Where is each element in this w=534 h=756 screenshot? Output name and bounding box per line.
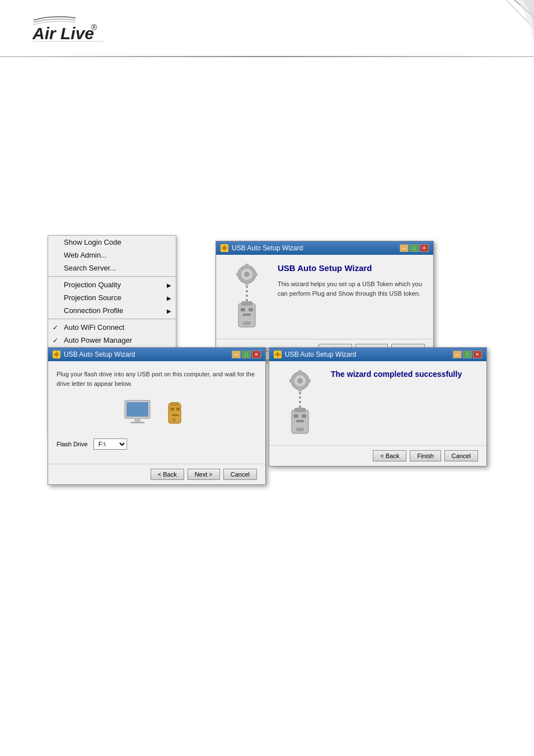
svg-point-59: [299, 401, 301, 403]
svg-rect-55: [289, 379, 293, 382]
wizard2-cancel-btn[interactable]: Cancel: [223, 469, 257, 480]
wizard3-minimize-btn[interactable]: ─: [453, 351, 462, 358]
wizard2-buttons: < Back Next > Cancel: [151, 469, 257, 480]
wizard2-titlebar-icon: [53, 351, 60, 358]
svg-rect-36: [134, 418, 140, 422]
menu-item-show-login-code[interactable]: Show Login Code: [48, 236, 176, 249]
wizard2-next-btn[interactable]: Next >: [188, 469, 220, 480]
wizard2-titlebar: USB Auto Setup Wizard ─ □ ✕: [48, 348, 265, 361]
menu-item-auto-wifi-connect[interactable]: Auto WiFi Connect: [48, 321, 176, 334]
svg-point-21: [246, 299, 248, 301]
wizard2-close-btn[interactable]: ✕: [252, 351, 261, 358]
svg-rect-63: [294, 414, 298, 418]
menu-item-projection-quality[interactable]: Projection Quality: [48, 278, 176, 291]
wizard2-footer: < Back Next > Cancel: [48, 464, 265, 484]
wizard1-titlebar-label: USB Auto Setup Wizard: [232, 244, 303, 252]
svg-rect-41: [176, 408, 180, 410]
svg-point-29: [55, 353, 58, 356]
header: Air Live ®: [0, 0, 534, 73]
svg-point-20: [246, 295, 248, 297]
wizard2-drive-selector: Flash Drive F:\: [57, 438, 257, 450]
wizard1-description: This wizard helps you set up a USB Token…: [278, 279, 425, 298]
wizard3-maximize-btn[interactable]: □: [463, 351, 472, 358]
wizard3-titlebar-icon: [274, 351, 282, 358]
wizard1-maximize-btn[interactable]: □: [410, 244, 419, 252]
wizard1-close-btn[interactable]: ✕: [420, 244, 429, 252]
svg-rect-9: [222, 248, 223, 249]
wizard2-maximize-btn[interactable]: □: [242, 351, 251, 358]
wizard1-minimize-btn[interactable]: ─: [400, 244, 409, 252]
wizard1-illustration: [224, 263, 269, 330]
wizard3-finish-btn[interactable]: Finish: [410, 450, 441, 461]
svg-rect-10: [226, 248, 227, 249]
wizard2-controls: ─ □ ✕: [232, 351, 261, 358]
wizard1-titlebar-icon: [221, 244, 228, 252]
svg-text:Air Live: Air Live: [32, 24, 94, 43]
wizard3-back-btn[interactable]: < Back: [373, 450, 406, 461]
svg-point-57: [299, 392, 301, 394]
svg-point-19: [246, 290, 248, 292]
wizard3-close-btn[interactable]: ✕: [473, 351, 482, 358]
wizard2-titlebar-label: USB Auto Setup Wizard: [64, 351, 135, 358]
wizard-window-1: USB Auto Setup Wizard ─ □ ✕: [216, 241, 434, 360]
svg-rect-53: [298, 370, 302, 374]
menu-item-connection-profile[interactable]: Connection Profile: [48, 304, 176, 317]
svg-rect-65: [296, 420, 304, 422]
svg-rect-8: [224, 250, 225, 251]
wizard-window-3: USB Auto Setup Wizard ─ □ ✕: [269, 347, 487, 466]
svg-rect-35: [127, 402, 148, 417]
svg-point-52: [297, 378, 303, 384]
svg-rect-32: [54, 354, 55, 355]
wizard1-titlebar: USB Auto Setup Wizard ─ □ ✕: [216, 241, 433, 255]
wizard1-title: USB Auto Setup Wizard: [278, 263, 425, 273]
svg-rect-7: [224, 245, 225, 246]
svg-rect-14: [245, 264, 249, 267]
wizard3-titlebar: USB Auto Setup Wizard ─ □ ✕: [269, 348, 486, 361]
wizard3-success-title: The wizard completed successfully: [331, 370, 478, 379]
svg-rect-54: [298, 388, 302, 391]
svg-rect-66: [296, 428, 304, 431]
svg-point-43: [172, 418, 176, 422]
svg-rect-40: [171, 408, 174, 410]
svg-rect-62: [294, 408, 306, 412]
wizard2-minimize-btn[interactable]: ─: [232, 351, 241, 358]
svg-rect-42: [172, 414, 179, 416]
svg-rect-46: [277, 352, 278, 353]
wizard3-controls: ─ □ ✕: [453, 351, 482, 358]
svg-rect-25: [249, 308, 253, 311]
svg-point-60: [299, 405, 301, 408]
flash-drive-select[interactable]: F:\: [93, 438, 127, 450]
svg-rect-15: [245, 282, 249, 285]
menu-separator-2: [48, 319, 176, 319]
svg-rect-37: [130, 422, 144, 423]
wizard3-footer: < Back Finish Cancel: [269, 445, 486, 466]
wizard3-illustration: [278, 370, 322, 437]
menu-item-auto-power-manager[interactable]: Auto Power Manager: [48, 334, 176, 347]
svg-point-58: [299, 396, 301, 399]
svg-rect-16: [236, 273, 240, 276]
menu-item-projection-source[interactable]: Projection Source: [48, 291, 176, 304]
wizard1-content: USB Auto Setup Wizard This wizard helps …: [216, 255, 433, 339]
wizard1-right: USB Auto Setup Wizard This wizard helps …: [278, 263, 425, 330]
wizard2-content: Plug your flash drive into any USB port …: [48, 361, 265, 464]
menu-item-web-admin[interactable]: Web Admin...: [48, 249, 176, 262]
svg-rect-23: [241, 301, 252, 306]
svg-rect-47: [277, 356, 278, 357]
wizard3-content: The wizard completed successfully: [269, 361, 486, 445]
corner-decoration: [433, 0, 534, 73]
svg-point-18: [246, 286, 248, 288]
svg-rect-17: [254, 273, 257, 276]
menu-separator-1: [48, 276, 176, 277]
wizard-window-2: USB Auto Setup Wizard ─ □ ✕ Plug your fl…: [48, 347, 266, 485]
wizard3-buttons: < Back Finish Cancel: [373, 450, 478, 461]
svg-rect-39: [170, 402, 179, 406]
svg-rect-33: [58, 354, 59, 355]
wizard2-back-btn[interactable]: < Back: [151, 469, 184, 480]
menu-item-search-server[interactable]: Search Server...: [48, 262, 176, 274]
svg-rect-27: [243, 321, 251, 325]
header-divider: [0, 56, 534, 57]
wizard3-cancel-btn[interactable]: Cancel: [444, 450, 478, 461]
svg-rect-26: [243, 314, 251, 316]
wizard2-description: Plug your flash drive into any USB port …: [57, 370, 257, 388]
svg-rect-31: [56, 356, 57, 357]
